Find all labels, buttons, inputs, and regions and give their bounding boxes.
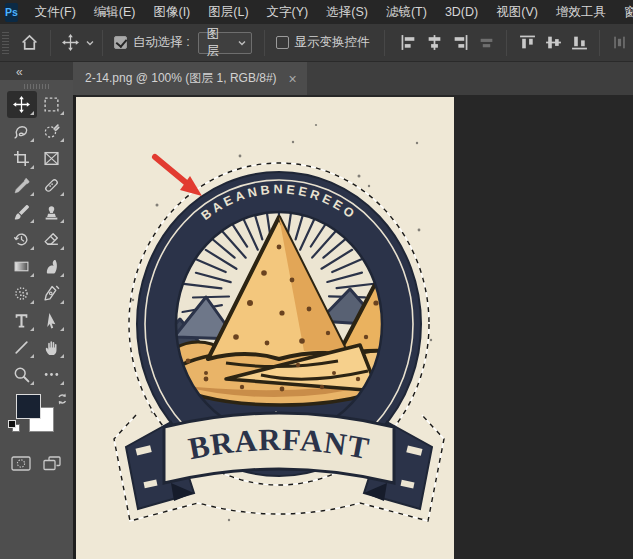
ribbon-banner: BRARFANT	[126, 413, 432, 509]
align-right-edges-button[interactable]	[447, 30, 473, 56]
screen-mode-button[interactable]	[41, 454, 63, 472]
align-top-edges-button[interactable]	[514, 30, 540, 56]
red-arrow-annotation	[155, 157, 202, 196]
zoom-tool[interactable]	[7, 361, 37, 388]
home-button[interactable]	[17, 30, 43, 56]
distribute-horizontally-button[interactable]	[473, 30, 499, 56]
foreground-color-swatch[interactable]	[16, 394, 41, 419]
menu-plugins[interactable]: 增效工具	[547, 0, 615, 24]
show-transform-controls-label: 显示变换控件	[295, 34, 370, 51]
auto-select-target-value: 图层	[207, 26, 232, 60]
object-selection-tool[interactable]	[37, 118, 67, 145]
menu-edit[interactable]: 编辑(E)	[85, 0, 145, 24]
hand-tool[interactable]	[37, 334, 67, 361]
menu-3d[interactable]: 3D(D)	[436, 0, 487, 24]
line-icon	[13, 339, 30, 356]
frame-tool[interactable]	[37, 145, 67, 172]
path-selection-tool[interactable]	[37, 307, 67, 334]
menu-type[interactable]: 文字(Y)	[258, 0, 318, 24]
align-left-edges-button[interactable]	[396, 30, 422, 56]
move-tool-preset-button[interactable]	[58, 30, 84, 56]
clone-stamp-icon	[43, 204, 60, 221]
menu-image[interactable]: 图像(I)	[144, 0, 199, 24]
edit-toolbar-button[interactable]	[37, 361, 67, 388]
auto-select-target-dropdown[interactable]: 图层	[198, 32, 252, 54]
distribute-vertically-button[interactable]	[607, 30, 633, 56]
align-bottom-edges-button[interactable]	[566, 30, 592, 56]
chevron-down-icon	[237, 38, 247, 48]
quick-mask-icon	[11, 455, 31, 472]
lasso-tool[interactable]	[7, 118, 37, 145]
dodge-tool[interactable]	[7, 280, 37, 307]
document-canvas[interactable]: BAEANBNEEREEO	[76, 97, 454, 559]
rectangular-marquee-tool[interactable]	[37, 91, 67, 118]
frame-icon	[43, 150, 60, 167]
crop-tool[interactable]	[7, 145, 37, 172]
home-icon	[21, 34, 38, 51]
eraser-tool[interactable]	[37, 226, 67, 253]
menu-file[interactable]: 文件(F)	[26, 0, 85, 24]
spot-healing-brush-tool[interactable]	[37, 172, 67, 199]
document-tab-bar: 2-14.png @ 100% (图层 1, RGB/8#) ×	[73, 62, 633, 95]
panel-divider	[73, 80, 76, 559]
align-left-edges-icon	[400, 34, 417, 51]
chevron-down-icon[interactable]	[85, 38, 95, 48]
tools-panel	[0, 80, 73, 559]
document-tab[interactable]: 2-14.png @ 100% (图层 1, RGB/8#) ×	[73, 62, 307, 95]
menu-filter[interactable]: 滤镜(T)	[377, 0, 436, 24]
move-tool-icon	[13, 96, 30, 113]
type-tool[interactable]	[7, 307, 37, 334]
brush-icon	[13, 204, 30, 221]
object-selection-icon	[43, 123, 60, 140]
screen-mode-icon	[42, 455, 62, 472]
options-bar-grip[interactable]	[2, 32, 9, 54]
menu-window[interactable]: 窗口(W)	[615, 0, 633, 24]
quick-mask-button[interactable]	[10, 454, 32, 472]
collapse-panels-button[interactable]: «	[16, 65, 21, 79]
eraser-icon	[43, 231, 60, 248]
crop-icon	[13, 150, 30, 167]
pen-icon	[43, 285, 60, 302]
healing-brush-icon	[43, 177, 60, 194]
show-transform-controls-checkbox[interactable]	[276, 36, 289, 49]
align-right-edges-icon	[452, 34, 469, 51]
photoshop-logo: Ps	[5, 3, 18, 22]
gradient-tool[interactable]	[7, 253, 37, 280]
marquee-icon	[43, 96, 60, 113]
swap-colors-icon[interactable]	[56, 392, 70, 406]
options-bar: 自动选择 : 图层 显示变换控件	[0, 24, 633, 62]
pen-tool[interactable]	[37, 280, 67, 307]
ellipsis-icon	[43, 366, 60, 383]
zoom-icon	[13, 366, 30, 383]
smudge-tool[interactable]	[37, 253, 67, 280]
align-bottom-edges-icon	[571, 34, 588, 51]
auto-select-checkbox[interactable]	[114, 36, 127, 49]
smudge-icon	[43, 258, 60, 275]
tools-grid	[0, 91, 73, 388]
default-colors-icon[interactable]	[8, 420, 21, 433]
menu-layer[interactable]: 图层(L)	[199, 0, 257, 24]
align-top-edges-icon	[519, 34, 536, 51]
close-tab-button[interactable]: ×	[289, 72, 297, 86]
align-vertical-centers-button[interactable]	[540, 30, 566, 56]
menu-select[interactable]: 选择(S)	[317, 0, 377, 24]
history-brush-icon	[13, 231, 30, 248]
clone-stamp-tool[interactable]	[37, 199, 67, 226]
move-tool[interactable]	[7, 91, 37, 118]
type-icon	[13, 312, 30, 329]
menu-bar: Ps 文件(F) 编辑(E) 图像(I) 图层(L) 文字(Y) 选择(S) 滤…	[0, 0, 633, 24]
align-vertical-centers-icon	[545, 34, 562, 51]
line-tool[interactable]	[7, 334, 37, 361]
history-brush-tool[interactable]	[7, 226, 37, 253]
separator	[506, 30, 507, 56]
tools-panel-grip[interactable]	[24, 84, 50, 89]
eyedropper-icon	[13, 177, 30, 194]
align-horizontal-centers-button[interactable]	[422, 30, 448, 56]
hand-icon	[43, 339, 60, 356]
move-tool-icon	[62, 34, 79, 51]
menu-view[interactable]: 视图(V)	[487, 0, 547, 24]
separator	[599, 30, 600, 56]
brush-tool[interactable]	[7, 199, 37, 226]
separator	[264, 30, 265, 56]
eyedropper-tool[interactable]	[7, 172, 37, 199]
